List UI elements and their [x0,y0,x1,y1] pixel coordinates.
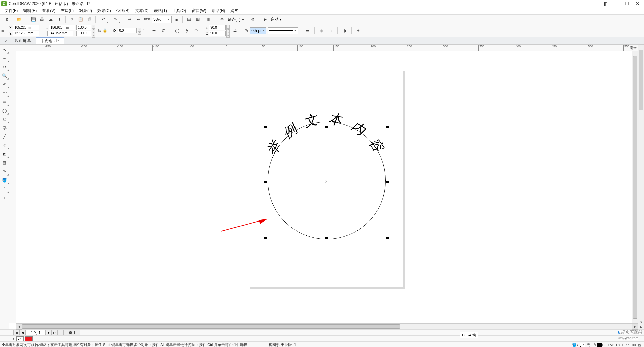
polygon-tool[interactable]: ⬠ [0,115,9,124]
outline-tool[interactable]: ◊ [0,185,9,193]
window-scrollbar[interactable] [638,47,644,261]
hscroll-right[interactable]: ▶ [632,324,638,330]
freehand-tool[interactable]: ✐ [0,80,9,89]
shape-tool[interactable]: ↝ [0,54,9,63]
menu-tools[interactable]: 工具(O) [170,8,189,14]
canvas-hscrollbar[interactable]: ◀ ▶ [16,323,638,329]
height-field[interactable]: 144.152 mm [47,31,73,36]
connector-tool[interactable]: ↯ [0,141,9,150]
save-button[interactable]: 💾 [29,15,37,23]
menu-effects[interactable]: 效果(C) [95,8,114,14]
menu-bitmap[interactable]: 位图(B) [114,8,132,14]
outline-width[interactable]: 0.5 pt▼ [250,27,266,34]
docpal-red[interactable] [25,336,33,341]
artistic-media-tool[interactable]: 〰 [0,89,9,97]
ruler-origin[interactable] [9,45,16,51]
ellipse-mode-icon[interactable]: ◯ [173,27,181,35]
mirror-v-icon[interactable]: ⇵ [159,27,167,35]
lock-ratio-icon[interactable]: 🔒 [103,28,107,33]
fullscreen-icon[interactable]: ▣ [172,15,180,23]
selection-handle-mr[interactable] [386,181,389,183]
start-angle-field[interactable]: 90.0 ° [209,25,226,30]
print-button[interactable]: 🖶 [38,15,46,23]
window-scroll-thumb[interactable] [639,50,643,110]
minimize-button[interactable]: ― [613,1,619,6]
scale-x-field[interactable]: 100.0 [76,25,91,30]
page-counter[interactable]: 1 的 1 [25,330,46,335]
palette-down[interactable]: ▼ [638,320,644,325]
scaley-spinner[interactable]: ▲▼ [92,31,95,36]
vertical-ruler[interactable] [9,51,16,323]
outline-style[interactable]: ▼ [268,27,298,34]
menu-view[interactable]: 查看(V) [39,8,58,14]
maximize-button[interactable]: ❐ [624,1,630,6]
canvas[interactable]: × ＋ 举 例 文 本 内 容 [16,51,638,323]
status-fill[interactable]: 🪣▸ 无 [572,342,590,347]
import-button[interactable]: ⇥ [125,15,133,23]
text-tool[interactable]: 字 [0,124,9,132]
crop-tool[interactable]: ✂ [0,63,9,71]
vscroll-thumb[interactable] [633,56,637,319]
scale-y-field[interactable]: 100.0 [76,31,91,36]
end-angle-spinner[interactable]: ▲▼ [226,31,230,36]
hscroll-thumb[interactable] [22,324,400,329]
options-icon[interactable]: ⚙ [249,15,257,23]
menu-layout[interactable]: 布局(L) [58,8,76,14]
page-tab-1[interactable]: 页 1 [64,330,80,335]
redo-button[interactable]: ↷ [110,15,121,23]
selection-handle-br[interactable] [386,237,389,239]
wrap-text-icon[interactable]: ☰ [304,27,312,35]
menu-help[interactable]: 帮助(H) [209,8,228,14]
new-button[interactable]: 🗎 [1,15,13,23]
parallel-dim-tool[interactable]: ╱ [0,132,9,141]
page-last[interactable]: ⏭ [52,330,58,335]
mirror-h-icon[interactable]: ⇋ [150,27,158,35]
to-front-icon[interactable]: ◈ [317,27,325,35]
fill-tool[interactable]: 🪣 [0,176,9,185]
zoom-level[interactable]: 58%▼ [152,16,172,23]
page-first[interactable]: ⏮ [13,330,19,335]
text-on-path[interactable]: 举 例 文 本 内 容 [264,109,391,176]
end-angle-field[interactable]: 90.0 ° [209,31,226,36]
new-tab-button[interactable]: ＋ [64,37,72,44]
canvas-vscrollbar[interactable] [632,51,638,323]
page-add[interactable]: ＋ [58,330,64,335]
guides-icon[interactable]: ▥ [202,15,214,23]
eyedropper-tool[interactable]: ✎ [0,167,9,176]
launch-dropdown[interactable]: 启动 ▾ [270,17,282,22]
snap-icon[interactable]: ✥ [218,15,226,23]
hscroll-left[interactable]: ◀ [16,324,22,330]
rotation-field[interactable]: 0.0 [118,28,137,33]
ellipse-tool[interactable]: ◯ [0,106,9,115]
snap-dropdown[interactable]: 贴齐(T) ▾ [227,17,245,22]
docpal-none[interactable] [16,336,24,341]
swap-angles-icon[interactable]: ⇄ [231,27,239,35]
tab-document[interactable]: 未命名 -1* [36,37,64,44]
tab-welcome[interactable]: 欢迎屏幕 [10,37,36,44]
show-grid-icon[interactable]: ▦ [194,15,202,23]
pdf-export-icon[interactable]: PDF [143,15,151,23]
docs-icon[interactable]: ◧ [602,1,608,6]
home-tab-icon[interactable]: ⌂ [3,39,10,43]
rectangle-tool[interactable]: ▭ [0,97,9,106]
y-position[interactable]: 127.288 mm [13,31,39,36]
cloud-down-icon[interactable]: ⬇ [55,15,63,23]
launch-icon[interactable]: ▶ [261,15,269,23]
arc-mode-icon[interactable]: ◠ [192,27,200,35]
menu-file[interactable]: 文件(F) [2,8,20,14]
palette-flyout[interactable]: ▶ [638,325,644,329]
copy-button[interactable]: ⎘ [68,15,76,23]
clipboard-button[interactable]: 🗐 [85,15,93,23]
page-prev[interactable]: ◀ [19,330,25,335]
x-position[interactable]: 105.228 mm [13,25,39,30]
menu-table[interactable]: 表格(T) [151,8,170,14]
scalex-spinner[interactable]: ▲▼ [92,25,95,30]
menu-buy[interactable]: 购买 [228,8,241,14]
transparency-tool[interactable]: ▦ [0,158,9,167]
drop-shadow-tool[interactable]: ◩ [0,150,9,158]
convert-curves-icon[interactable]: ◑ [340,27,348,35]
toolbox-add[interactable]: ＋ [0,193,9,202]
add-preset-icon[interactable]: ＋ [354,27,362,35]
palette-toggle-icon[interactable]: ▧ [637,343,642,347]
page-next[interactable]: ▶ [46,330,52,335]
